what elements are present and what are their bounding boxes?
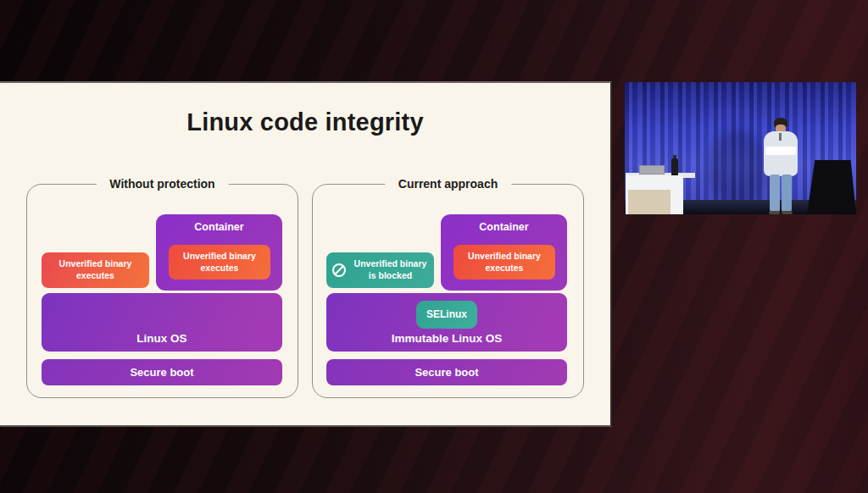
group-current-approach-label: Current approach [385, 175, 511, 192]
immutable-linux-os-box: SELinux Immutable Linux OS [326, 293, 567, 352]
no-entry-icon [331, 263, 347, 278]
water-bottle [671, 158, 678, 175]
laptop [639, 165, 665, 174]
secure-boot-box: Secure boot [326, 359, 567, 385]
unverified-binary-executes-box: Unverified binary executes [42, 252, 149, 288]
conference-talk-screen: { "slide": { "title": "Linux code integr… [0, 0, 868, 493]
container-label: Container [156, 221, 282, 233]
group-without-protection: Without protection Container Unverified … [26, 184, 298, 398]
speaker-video-feed [625, 82, 856, 214]
immutable-linux-os-label: Immutable Linux OS [326, 332, 567, 345]
presenter-jeans [782, 174, 792, 212]
presenter-lanyard [779, 133, 782, 141]
container-box: Container Unverified binary executes [156, 214, 282, 291]
unverified-binary-executes-box: Unverified binary executes [169, 245, 270, 280]
secure-boot-box: Secure boot [42, 359, 282, 385]
selinux-badge: SELinux [416, 301, 477, 329]
presentation-slide: Linux code integrity Without protection … [0, 81, 612, 427]
presenter-jeans [770, 174, 780, 212]
container-box: Container Unverified binary executes [441, 214, 567, 291]
presenter-hoodie-stripe [765, 147, 796, 155]
unverified-binary-blocked-box: Unverified binary is blocked [326, 252, 434, 288]
group-current-approach: Current approach Container Unverified bi… [312, 184, 584, 398]
podium-panel [628, 190, 670, 214]
unverified-binary-executes-box: Unverified binary executes [453, 245, 555, 280]
linux-os-box: Linux OS [42, 293, 282, 352]
slide-title: Linux code integrity [0, 108, 610, 136]
presenter-shoe [769, 211, 780, 214]
blocked-text: Unverified binary is blocked [352, 258, 429, 281]
stage-table-draped [807, 160, 856, 214]
presenter [757, 118, 804, 214]
group-without-protection-label: Without protection [96, 175, 228, 192]
linux-os-label: Linux OS [42, 332, 282, 345]
presenter-shoe [782, 211, 793, 214]
container-label: Container [441, 221, 567, 233]
presenter-hoodie [764, 131, 798, 176]
